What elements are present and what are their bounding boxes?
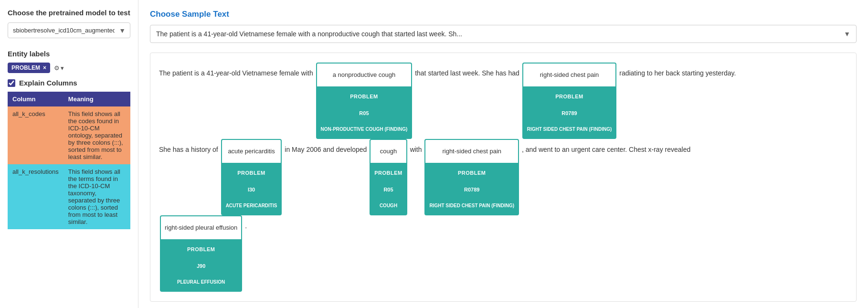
entity-surface-text: right-sided pleural effusion (161, 216, 241, 239)
model-section-title: Choose the pretrained model to test (8, 9, 130, 17)
nlp-text-part-7: , and went to an urgent care center. Che… (522, 146, 690, 153)
entity-box: cough PROBLEM R05 COUGH (370, 139, 407, 215)
model-select-wrapper: sbiobertresolve_icd10cm_augmented ▼ (8, 22, 130, 38)
entity-description: ACUTE PERICARDITIS (226, 198, 277, 213)
entity-type-label: PROBLEM (527, 88, 612, 105)
entity-description: RIGHT SIDED CHEST PAIN (FINDING) (429, 198, 514, 213)
entity-info: PROBLEM R0789 RIGHT SIDED CHEST PAIN (FI… (425, 163, 518, 214)
entity-right-sided-chest-pain-1: right-sided chest pain PROBLEM R0789 RIG… (522, 63, 617, 139)
entity-box: right-sided pleural effusion PROBLEM J90… (160, 215, 242, 292)
explain-columns-section: Explain Columns Column Meaning all_k_cod… (8, 79, 130, 229)
entity-nonproductive-cough: a nonproductive cough PROBLEM R05 NON-PR… (316, 63, 413, 139)
sample-text-select[interactable]: The patient is a 41-year-old Vietnamese … (150, 25, 856, 42)
explain-columns-header: Explain Columns (8, 79, 130, 87)
entity-surface-text: acute pericarditis (224, 140, 278, 163)
entity-description: RIGHT SIDED CHEST PAIN (FINDING) (527, 122, 612, 137)
entity-description: PLEURAL EFFUSION (165, 275, 237, 290)
entity-type-label: PROBLEM (374, 165, 402, 181)
nlp-text-part-2: that started last week. She has had (415, 69, 521, 77)
explain-columns-checkbox[interactable] (8, 79, 15, 87)
col-header-column: Column (8, 92, 64, 106)
table-row: all_k_resolutions This field shows all t… (8, 164, 130, 229)
entity-box: acute pericarditis PROBLEM I30 ACUTE PER… (221, 139, 282, 215)
entity-pleural-effusion: right-sided pleural effusion PROBLEM J90… (160, 215, 242, 292)
col-all-k-resolutions-meaning: This field shows all the terms found in … (64, 164, 130, 229)
entity-info: PROBLEM R0789 RIGHT SIDED CHEST PAIN (FI… (523, 86, 616, 138)
entity-info: PROBLEM I30 ACUTE PERICARDITIS (222, 163, 281, 214)
choose-sample-title: Choose Sample Text (150, 10, 857, 19)
entity-problem-badge: PROBLEM × (8, 63, 50, 73)
col-header-meaning: Meaning (64, 92, 130, 106)
entity-label-row: PROBLEM × ⚙ ▾ (8, 63, 130, 73)
nlp-line-2: She has a history of acute pericarditis … (159, 139, 847, 215)
entity-type-label: PROBLEM (165, 241, 237, 258)
nlp-line-3: right-sided pleural effusion PROBLEM J90… (159, 215, 847, 292)
nlp-text-part-5: in May 2006 and developed (285, 146, 369, 153)
right-panel: Choose Sample Text The patient is a 41-y… (138, 0, 868, 308)
entity-cough: cough PROBLEM R05 COUGH (370, 139, 407, 215)
col-all-k-resolutions: all_k_resolutions (8, 164, 64, 229)
explain-columns-label: Explain Columns (19, 79, 77, 87)
entity-acute-pericarditis: acute pericarditis PROBLEM I30 ACUTE PER… (221, 139, 282, 215)
settings-dropdown-arrow-icon: ▾ (61, 64, 64, 72)
entity-type-label: PROBLEM (429, 165, 514, 181)
col-all-k-codes: all_k_codes (8, 106, 64, 164)
nlp-line-1: The patient is a 41-year-old Vietnamese … (159, 63, 847, 139)
entity-type-label: PROBLEM (226, 165, 277, 181)
left-panel: Choose the pretrained model to test sbio… (0, 0, 138, 308)
nlp-output-area: The patient is a 41-year-old Vietnamese … (150, 53, 857, 302)
entity-box: right-sided chest pain PROBLEM R0789 RIG… (424, 139, 519, 215)
entity-badge-label: PROBLEM (11, 64, 40, 71)
entity-right-sided-chest-pain-2: right-sided chest pain PROBLEM R0789 RIG… (424, 139, 519, 215)
nlp-text-part-8: . (245, 222, 247, 230)
nlp-text-part-4: She has a history of (159, 146, 220, 153)
col-all-k-codes-meaning: This field shows all the codes found in … (64, 106, 130, 164)
nlp-text-part-6: with (410, 146, 424, 153)
entity-code: J90 (165, 258, 237, 275)
entity-surface-text: a nonproductive cough (329, 64, 400, 86)
entity-box: right-sided chest pain PROBLEM R0789 RIG… (522, 63, 617, 139)
entity-info: PROBLEM R05 COUGH (370, 163, 406, 214)
entity-code: R0789 (527, 105, 612, 122)
entity-info: PROBLEM R05 NON-PRODUCTIVE COUGH (FINDIN… (317, 86, 412, 138)
entity-surface-text: right-sided chest pain (536, 64, 603, 86)
entity-description: NON-PRODUCTIVE COUGH (FINDING) (321, 122, 408, 137)
entity-code: R05 (374, 181, 402, 198)
entity-code: R05 (321, 105, 408, 122)
entity-surface-text: right-sided chest pain (438, 140, 505, 163)
entity-description: COUGH (374, 198, 402, 213)
model-select[interactable]: sbiobertresolve_icd10cm_augmented (8, 22, 130, 38)
nlp-text-part-1: The patient is a 41-year-old Vietnamese … (159, 69, 315, 77)
entity-info: PROBLEM J90 PLEURAL EFFUSION (161, 239, 241, 291)
entity-settings-button[interactable]: ⚙ ▾ (54, 64, 64, 72)
entity-type-label: PROBLEM (321, 88, 408, 105)
entity-surface-text: cough (376, 140, 401, 163)
sample-text-select-wrapper: The patient is a 41-year-old Vietnamese … (150, 25, 857, 43)
table-row: all_k_codes This field shows all the cod… (8, 106, 130, 164)
entity-box: a nonproductive cough PROBLEM R05 NON-PR… (316, 63, 413, 139)
entity-badge-close-icon[interactable]: × (43, 64, 46, 71)
columns-table: Column Meaning all_k_codes This field sh… (8, 92, 130, 229)
entity-code: I30 (226, 181, 277, 198)
gear-icon: ⚙ (54, 64, 60, 72)
entity-labels-title: Entity labels (8, 50, 130, 58)
entity-code: R0789 (429, 181, 514, 198)
nlp-text-part-3: radiating to her back starting yesterday… (619, 69, 736, 77)
